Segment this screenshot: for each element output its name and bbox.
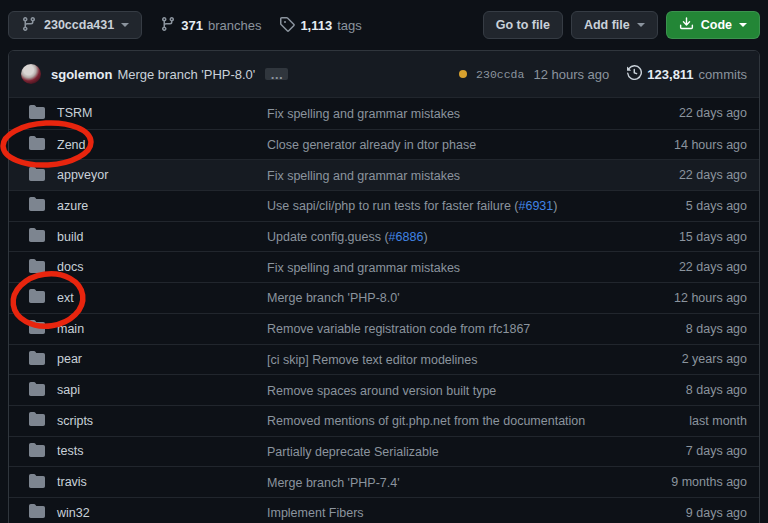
commit-date: 5 days ago bbox=[627, 199, 747, 213]
table-row[interactable]: pear [ci skip] Remove text editor modeli… bbox=[9, 344, 759, 375]
commit-message-link[interactable]: Implement Fibers bbox=[267, 506, 364, 520]
folder-name-link[interactable]: docs bbox=[57, 260, 83, 274]
table-row[interactable]: build Update config.guess (#6886) 15 day… bbox=[9, 221, 759, 252]
tag-icon bbox=[279, 16, 295, 35]
commit-message-link[interactable]: Use sapi/cli/php to run tests for faster… bbox=[267, 199, 557, 213]
folder-icon bbox=[29, 350, 45, 369]
commit-date: 22 days ago bbox=[627, 260, 747, 274]
folder-icon bbox=[29, 319, 45, 338]
table-row[interactable]: main Remove variable registration code f… bbox=[9, 313, 759, 344]
issue-link[interactable]: #6886 bbox=[389, 230, 424, 244]
commit-date: 22 days ago bbox=[627, 168, 747, 182]
commit-message-link[interactable]: Partially deprecate Serializable bbox=[267, 445, 439, 459]
table-row[interactable]: tests Partially deprecate Serializable 7… bbox=[9, 436, 759, 467]
table-row[interactable]: docs Fix spelling and grammar mistakes 2… bbox=[9, 251, 759, 282]
download-icon bbox=[679, 16, 694, 34]
repo-toolbar: 230ccda431 371 branches 1,113 tags Go to… bbox=[0, 0, 768, 50]
folder-icon bbox=[29, 258, 45, 277]
folder-icon bbox=[29, 442, 45, 461]
folder-name-link[interactable]: Zend bbox=[57, 138, 86, 152]
commit-author-link[interactable]: sgolemon bbox=[51, 67, 112, 82]
commit-message-link[interactable]: Fix spelling and grammar mistakes bbox=[267, 107, 460, 121]
avatar[interactable] bbox=[21, 64, 41, 84]
chevron-down-icon bbox=[121, 23, 129, 27]
table-row[interactable]: appveyor Fix spelling and grammar mistak… bbox=[9, 159, 759, 190]
commit-message-link[interactable]: Fix spelling and grammar mistakes bbox=[267, 169, 460, 183]
folder-name-link[interactable]: main bbox=[57, 322, 84, 336]
table-row[interactable]: Zend Close generator already in dtor pha… bbox=[9, 129, 759, 160]
commit-message-link[interactable]: Close generator already in dtor phase bbox=[267, 138, 476, 152]
commit-message-link[interactable]: Remove variable registration code from r… bbox=[267, 322, 530, 336]
table-row[interactable]: travis Merge branch 'PHP-7.4' 9 months a… bbox=[9, 466, 759, 497]
folder-name-link[interactable]: ext bbox=[57, 291, 74, 305]
commit-message-link[interactable]: Remove spaces around version built type bbox=[267, 384, 496, 398]
folder-name-link[interactable]: win32 bbox=[57, 506, 90, 520]
folder-name-link[interactable]: sapi bbox=[57, 383, 80, 397]
commit-message-link[interactable]: Removed mentions of git.php.net from the… bbox=[267, 414, 585, 428]
folder-icon bbox=[29, 411, 45, 430]
commit-message-link[interactable]: Merge branch 'PHP-7.4' bbox=[267, 476, 400, 490]
folder-name-link[interactable]: travis bbox=[57, 475, 87, 489]
table-row[interactable]: sapi Remove spaces around version built … bbox=[9, 374, 759, 405]
expand-commit-message-button[interactable]: … bbox=[265, 68, 288, 80]
pending-status-dot[interactable] bbox=[459, 70, 467, 78]
file-browser-panel: sgolemon Merge branch 'PHP-8.0' … 230ccd… bbox=[8, 50, 760, 523]
tags-label: tags bbox=[337, 18, 362, 33]
github-repo-file-browser: 230ccda431 371 branches 1,113 tags Go to… bbox=[0, 0, 768, 523]
commit-date: 12 hours ago bbox=[627, 291, 747, 305]
folder-name-link[interactable]: azure bbox=[57, 199, 88, 213]
table-row[interactable]: TSRM Fix spelling and grammar mistakes 2… bbox=[9, 98, 759, 129]
folder-name-link[interactable]: build bbox=[57, 230, 83, 244]
commit-date: 8 days ago bbox=[627, 322, 747, 336]
commit-date: 15 days ago bbox=[627, 230, 747, 244]
commit-date: 8 days ago bbox=[627, 383, 747, 397]
folder-name-link[interactable]: scripts bbox=[57, 414, 93, 428]
file-list: TSRM Fix spelling and grammar mistakes 2… bbox=[9, 98, 759, 523]
chevron-down-icon bbox=[637, 23, 645, 27]
commit-hash-link[interactable]: 230ccda bbox=[476, 68, 524, 81]
commit-date: 14 hours ago bbox=[627, 138, 747, 152]
folder-name-link[interactable]: pear bbox=[57, 352, 82, 366]
folder-name-link[interactable]: appveyor bbox=[57, 168, 108, 182]
table-row[interactable]: ext Merge branch 'PHP-8.0' 12 hours ago bbox=[9, 282, 759, 313]
git-branch-icon bbox=[21, 16, 37, 35]
folder-name-link[interactable]: tests bbox=[57, 444, 83, 458]
chevron-down-icon bbox=[739, 23, 747, 27]
commits-count: 123,811 bbox=[647, 67, 693, 82]
commit-message-link[interactable]: [ci skip] Remove text editor modelines bbox=[267, 353, 478, 367]
folder-icon bbox=[29, 135, 45, 154]
tags-count: 1,113 bbox=[300, 18, 332, 33]
commit-message-link[interactable]: Merge branch 'PHP-8.0' bbox=[267, 291, 400, 305]
git-branch-icon bbox=[160, 16, 176, 35]
commit-date: 9 days ago bbox=[627, 506, 747, 520]
folder-icon bbox=[29, 104, 45, 123]
commit-message-link[interactable]: Fix spelling and grammar mistakes bbox=[267, 261, 460, 275]
tags-stat[interactable]: 1,113 tags bbox=[279, 16, 361, 35]
commit-message-link[interactable]: Merge branch 'PHP-8.0' bbox=[117, 67, 255, 82]
commit-meta: 230ccda 12 hours ago 123,811 commits bbox=[459, 65, 747, 83]
folder-name-link[interactable]: TSRM bbox=[57, 106, 92, 120]
issue-link[interactable]: #6931 bbox=[519, 199, 554, 213]
go-to-file-button[interactable]: Go to file bbox=[483, 11, 563, 39]
folder-icon bbox=[29, 381, 45, 400]
branch-selector-button[interactable]: 230ccda431 bbox=[8, 11, 142, 39]
branches-stat[interactable]: 371 branches bbox=[160, 16, 261, 35]
commit-date: 9 months ago bbox=[627, 475, 747, 489]
history-clock-icon bbox=[627, 65, 642, 83]
branches-count: 371 bbox=[181, 18, 203, 33]
table-row[interactable]: scripts Removed mentions of git.php.net … bbox=[9, 405, 759, 436]
commit-date: 7 days ago bbox=[627, 444, 747, 458]
branch-selector-label: 230ccda431 bbox=[44, 18, 114, 32]
add-file-button[interactable]: Add file bbox=[571, 11, 658, 39]
commit-date: 22 days ago bbox=[627, 106, 747, 120]
commit-date: 2 years ago bbox=[627, 352, 747, 366]
folder-icon bbox=[29, 227, 45, 246]
commit-message-link[interactable]: Update config.guess (#6886) bbox=[267, 230, 428, 244]
commit-time: 12 hours ago bbox=[533, 67, 609, 82]
table-row[interactable]: azure Use sapi/cli/php to run tests for … bbox=[9, 190, 759, 221]
code-button[interactable]: Code bbox=[666, 11, 760, 39]
commit-date: last month bbox=[627, 414, 747, 428]
commits-label: commits bbox=[699, 67, 747, 82]
table-row[interactable]: win32 Implement Fibers 9 days ago bbox=[9, 497, 759, 523]
commit-history-link[interactable]: 123,811 commits bbox=[627, 65, 747, 83]
